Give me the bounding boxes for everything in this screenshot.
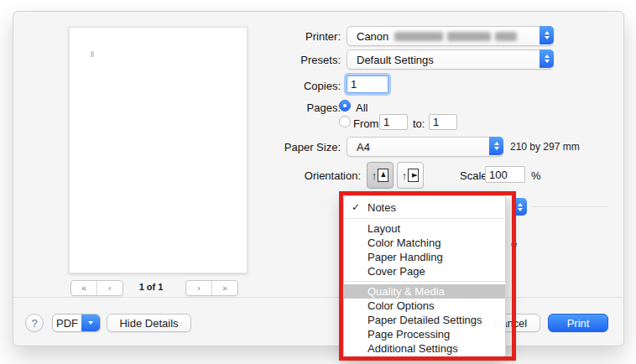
printer-label: Printer: (252, 30, 341, 43)
copies-label: Copies: (252, 80, 341, 92)
section-divider (532, 206, 607, 207)
copies-input[interactable]: 1 (347, 75, 388, 93)
paper-size-select[interactable]: A4 (347, 137, 503, 157)
page-nav-back-group: « ‹ (70, 280, 123, 296)
pages-to-input[interactable]: 1 (429, 114, 457, 130)
hide-details-button[interactable]: Hide Details (107, 314, 191, 332)
scale-input[interactable]: 100 (485, 166, 525, 183)
paper-size-value: A4 (347, 141, 370, 153)
redacted-printer-name (495, 32, 517, 41)
up-arrow-icon: ↑ (372, 170, 378, 181)
question-icon: ? (31, 317, 37, 330)
landscape-page-icon: ♟ (408, 169, 419, 182)
orientation-landscape-button[interactable]: ↑ ♟ (397, 162, 424, 189)
up-arrow-icon: ↑ (402, 170, 408, 181)
printer-value: Canon (357, 30, 388, 43)
hide-details-label: Hide Details (119, 317, 178, 330)
menu-item-color-options[interactable]: Color Options (344, 299, 505, 313)
pages-label: Pages: (252, 101, 341, 114)
stepper-icon (489, 137, 503, 155)
menu-item-paper-detailed-settings[interactable]: Paper Detailed Settings (344, 313, 505, 327)
presets-label: Presets: (252, 54, 341, 66)
stepper-icon (540, 26, 554, 44)
menu-item-quality-media[interactable]: Quality & Media (344, 284, 505, 299)
next-page-button[interactable]: › (186, 281, 211, 295)
redacted-printer-name (447, 32, 491, 41)
presets-value: Default Settings (347, 54, 434, 66)
panes-dropdown-menu: ✓Notes Layout Color Matching Paper Handl… (343, 195, 506, 358)
paper-dimensions: 210 by 297 mm (510, 141, 580, 153)
pages-all-radio[interactable] (339, 100, 351, 112)
print-button[interactable]: Print (548, 314, 608, 332)
first-page-icon: « (81, 284, 86, 293)
pages-to-value: 1 (433, 116, 439, 128)
scale-unit: % (531, 169, 541, 182)
pdf-menu-button[interactable]: PDF (52, 314, 101, 332)
menu-item-layout[interactable]: Layout (344, 221, 505, 236)
paper-size-label: Paper Size: (252, 141, 341, 153)
menu-item-additional-settings[interactable]: Additional Settings (344, 341, 505, 356)
scale-value: 100 (489, 169, 508, 181)
page-indicator: 1 of 1 (123, 282, 180, 292)
first-page-button[interactable]: « (71, 281, 96, 295)
menu-separator (344, 218, 505, 219)
chevron-down-icon (81, 315, 100, 331)
pages-to-label: to: (413, 117, 425, 130)
help-button[interactable]: ? (25, 314, 44, 332)
orientation-label: Orientation: (252, 169, 361, 182)
menu-item-color-matching[interactable]: Color Matching (344, 236, 505, 250)
next-page-icon: › (197, 284, 200, 293)
preview-content-mark (91, 51, 94, 57)
prev-page-button[interactable]: ‹ (96, 281, 123, 295)
pages-from-input[interactable]: 1 (379, 114, 408, 130)
checkmark-icon: ✓ (352, 200, 360, 216)
panes-select-stepper-icon[interactable] (513, 198, 527, 216)
orientation-portrait-button[interactable]: ↑ ♟ (367, 162, 394, 189)
menu-item-cover-page[interactable]: Cover Page (344, 264, 505, 278)
stepper-icon (540, 49, 554, 68)
pages-from-label: From: (353, 117, 382, 130)
last-page-icon: » (222, 284, 227, 293)
pages-from-value: 1 (383, 116, 389, 128)
prev-page-icon: ‹ (108, 284, 111, 293)
page-nav-forward-group: › » (185, 280, 238, 296)
menu-separator (344, 281, 505, 282)
copies-value: 1 (351, 78, 357, 91)
redacted-printer-name (394, 32, 443, 41)
hidden-pane-text-fragment: e (511, 237, 517, 250)
pages-all-label: All (356, 101, 368, 114)
portrait-page-icon: ♟ (378, 169, 388, 182)
print-preview-page (69, 27, 248, 273)
printer-select[interactable]: Canon (347, 26, 554, 46)
menu-item-notes[interactable]: ✓Notes (344, 200, 505, 216)
pages-from-radio[interactable] (339, 116, 351, 127)
print-label: Print (567, 317, 590, 330)
menu-item-paper-handling[interactable]: Paper Handling (344, 250, 505, 264)
menu-item-page-processing[interactable]: Page Processing (344, 327, 505, 341)
presets-select[interactable]: Default Settings (347, 49, 554, 70)
last-page-button[interactable]: » (211, 281, 237, 295)
pdf-label: PDF (53, 315, 81, 331)
footer-divider (13, 297, 623, 298)
